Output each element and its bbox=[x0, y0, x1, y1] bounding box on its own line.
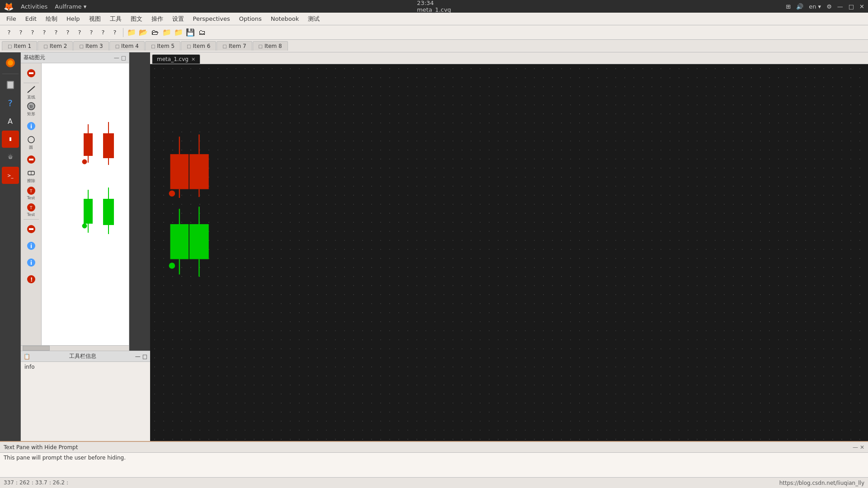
left-panel-scroll[interactable] bbox=[21, 345, 129, 351]
help-icon-10[interactable]: ? bbox=[109, 27, 120, 38]
svg-point-1 bbox=[8, 60, 13, 66]
svg-text:i: i bbox=[30, 123, 32, 130]
menu-options[interactable]: Options bbox=[235, 14, 266, 23]
folder-icon-2[interactable]: 📂 bbox=[138, 27, 149, 38]
svg-text:T: T bbox=[29, 206, 33, 210]
item-tab-6[interactable]: □ Item 6 bbox=[181, 41, 216, 51]
help-icon-7[interactable]: ? bbox=[74, 27, 85, 38]
tab-bar: meta_1.cvg ✕ bbox=[150, 52, 868, 64]
bottom-pane: Text Pane with Hide Prompt — ✕ This pane… bbox=[0, 441, 868, 477]
sidebar-terminal-icon[interactable]: >_ bbox=[2, 167, 19, 184]
help-icon-5[interactable]: ? bbox=[51, 27, 61, 38]
sidebar-draw-icon[interactable] bbox=[2, 131, 19, 148]
left-scroll-thumb[interactable] bbox=[23, 346, 50, 351]
main-canvas-area: meta_1.cvg ✕ bbox=[150, 52, 868, 441]
menu-perspectives[interactable]: Perspectives bbox=[189, 14, 235, 23]
clock: 23:34 bbox=[417, 0, 434, 6]
menu-test[interactable]: 测试 bbox=[303, 14, 324, 24]
canvas-tab-main[interactable]: meta_1.cvg ✕ bbox=[152, 54, 200, 64]
maximize-icon[interactable]: □ bbox=[849, 3, 854, 10]
bottom-pane-close[interactable]: ✕ bbox=[860, 444, 864, 450]
firefox-icon[interactable]: 🦊 bbox=[4, 2, 14, 11]
app-name-label[interactable]: Aulframe ▾ bbox=[55, 3, 86, 10]
tool-circle[interactable]: 圆 bbox=[23, 135, 39, 151]
panel-minimize[interactable]: — bbox=[114, 55, 119, 61]
menu-settings[interactable]: 设置 bbox=[168, 14, 189, 24]
folder-icon-1[interactable]: 📁 bbox=[126, 27, 137, 38]
svg-point-50 bbox=[169, 191, 175, 197]
item-tab-3[interactable]: □ Item 3 bbox=[73, 41, 108, 51]
menu-draw[interactable]: 绘制 bbox=[41, 14, 62, 24]
item-tab-8[interactable]: □ Item 8 bbox=[253, 41, 288, 51]
network-icon: ⊞ bbox=[786, 3, 791, 10]
filename-center: meta_1.cvg bbox=[417, 6, 451, 13]
panel-maximize[interactable]: □ bbox=[121, 55, 126, 61]
tool-info-2[interactable]: i bbox=[23, 238, 39, 254]
panel-section: 直线 矩 矩形 i bbox=[21, 63, 129, 345]
svg-text:矩: 矩 bbox=[29, 104, 33, 109]
settings-icon[interactable]: ⚙ bbox=[826, 3, 832, 10]
item-tab-5[interactable]: □ Item 5 bbox=[145, 41, 180, 51]
tool-rect[interactable]: 矩 矩形 bbox=[23, 101, 39, 117]
info-panel-minimize[interactable]: — bbox=[135, 353, 141, 360]
menu-edit[interactable]: Edit bbox=[21, 14, 41, 23]
help-icon-2[interactable]: ? bbox=[15, 27, 26, 38]
menu-notebook[interactable]: Notebook bbox=[266, 14, 303, 23]
svg-rect-3 bbox=[8, 82, 13, 88]
save-icon[interactable]: 💾 bbox=[185, 27, 196, 38]
tool-test1[interactable]: T Test bbox=[23, 185, 39, 201]
help-icon-3[interactable]: ? bbox=[27, 27, 38, 38]
menu-view[interactable]: 视图 bbox=[85, 14, 105, 24]
help-icon-8[interactable]: ? bbox=[86, 27, 97, 38]
minimize-icon[interactable]: — bbox=[837, 3, 843, 10]
system-bar-left: 🦊 Activities Aulframe ▾ bbox=[4, 2, 86, 11]
tool-test2[interactable]: T Test bbox=[23, 202, 39, 218]
help-icon-1[interactable]: ? bbox=[4, 27, 14, 38]
info-panel-header: 📋 工具栏信息 — □ bbox=[21, 351, 150, 362]
sidebar-font-icon[interactable]: A bbox=[2, 113, 19, 130]
folder-icon-4[interactable]: 📁 bbox=[173, 27, 184, 38]
item-tab-2[interactable]: □ Item 2 bbox=[38, 41, 73, 51]
tool-line[interactable]: 直线 bbox=[23, 84, 39, 101]
archive-icon[interactable]: 🗂 bbox=[197, 27, 208, 38]
info-panel-maximize[interactable]: □ bbox=[142, 353, 147, 360]
bottom-pane-minimize[interactable]: — bbox=[853, 444, 858, 450]
sidebar-help-icon[interactable]: ? bbox=[2, 94, 19, 112]
tool-erase[interactable]: 擦除 bbox=[23, 168, 39, 184]
canvas-container[interactable] bbox=[150, 64, 868, 441]
folder-open-icon[interactable]: 🗁 bbox=[150, 27, 160, 38]
menu-figure[interactable]: 图文 bbox=[126, 14, 147, 24]
info-panel-icon: 📋 bbox=[24, 353, 30, 360]
tool-circle-label: 圆 bbox=[29, 145, 33, 150]
item-tab-4[interactable]: □ Item 4 bbox=[109, 41, 145, 51]
item-tab-icon-2: □ bbox=[43, 44, 47, 49]
help-icon-4[interactable]: ? bbox=[39, 27, 50, 38]
activities-label[interactable]: Activities bbox=[21, 3, 47, 10]
svg-rect-48 bbox=[170, 154, 189, 189]
tool-erase-stop[interactable] bbox=[23, 151, 39, 168]
item-tab-7[interactable]: □ Item 7 bbox=[217, 41, 252, 51]
menu-file[interactable]: File bbox=[2, 14, 21, 23]
tool-test2-label: Test bbox=[27, 212, 35, 217]
item-tab-1[interactable]: □ Item 1 bbox=[2, 41, 37, 51]
tool-info-3[interactable]: i bbox=[23, 254, 39, 271]
canvas-tab-close[interactable]: ✕ bbox=[191, 56, 195, 62]
menu-tools[interactable]: 工具 bbox=[105, 14, 126, 24]
close-icon[interactable]: ✕ bbox=[859, 3, 864, 10]
menu-operate[interactable]: 操作 bbox=[147, 14, 168, 24]
status-coords: 337：262：33.7：26.2： bbox=[4, 479, 70, 487]
tool-info[interactable]: i bbox=[23, 118, 39, 134]
menu-help[interactable]: Help bbox=[62, 14, 85, 23]
tool-stop-2[interactable] bbox=[23, 221, 39, 237]
lang-selector[interactable]: en ▾ bbox=[809, 3, 821, 10]
help-icon-9[interactable]: ? bbox=[98, 27, 108, 38]
svg-rect-10 bbox=[29, 72, 33, 74]
sidebar-app-firefox[interactable] bbox=[2, 54, 19, 71]
svg-point-39 bbox=[82, 160, 87, 164]
sidebar-files-icon[interactable] bbox=[2, 76, 19, 94]
folder-icon-3[interactable]: 📁 bbox=[161, 27, 172, 38]
tool-stop[interactable] bbox=[23, 65, 39, 81]
sidebar-settings-icon[interactable] bbox=[2, 149, 19, 166]
tool-error[interactable]: ! bbox=[23, 271, 39, 287]
help-icon-6[interactable]: ? bbox=[62, 27, 73, 38]
